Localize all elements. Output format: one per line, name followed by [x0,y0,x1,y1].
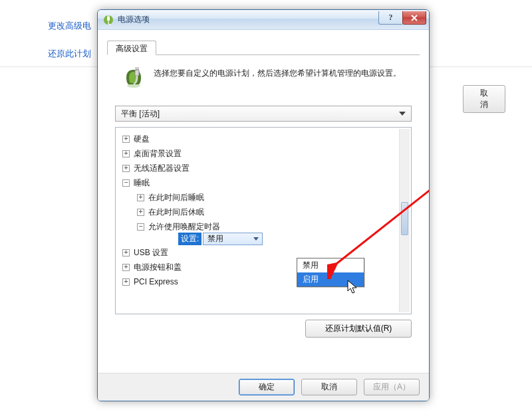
svg-rect-7 [138,67,138,70]
bg-cancel-button[interactable]: 取消 [463,85,505,113]
wake-timer-setting-row: 设置: 禁用 [178,233,408,245]
tree-node-wake-timers[interactable]: 允许使用唤醒定时器 [136,219,408,234]
tree-node-hibernate-after[interactable]: 在此时间后休眠 [136,205,408,219]
expander-icon[interactable] [122,136,130,143]
wake-timer-combo[interactable]: 禁用 [203,233,263,245]
help-icon: ? [389,13,393,23]
svg-rect-6 [136,67,136,70]
bg-link-change-advanced[interactable]: 更改高级电 [48,20,91,32]
apply-button[interactable]: 应用（A） [364,379,420,395]
power-plan-selected: 平衡 [活动] [121,108,160,120]
tree-node-sleep[interactable]: 睡眠 [121,175,408,190]
tree-label: 睡眠 [134,177,150,189]
power-plug-icon [103,15,114,25]
tree-label: 无线适配器设置 [134,163,190,174]
tree-label: 电源按钮和盖 [134,262,182,273]
chevron-down-icon [399,112,406,116]
cursor-icon [347,280,360,296]
tree-node-power-buttons[interactable]: 电源按钮和盖 [121,260,408,274]
power-plan-icon [122,66,146,90]
tree-node-usb[interactable]: USB 设置 [121,245,408,260]
tree-node-sleep-after[interactable]: 在此时间后睡眠 [136,190,408,205]
dialog-content: 高级设置 选择您要自定义的电源计划，然后选择您希望计算机管理的电源设置。 平衡 … [98,30,429,401]
tree-scrollbar[interactable] [399,129,410,312]
expander-icon[interactable] [122,150,130,157]
expander-icon[interactable] [122,179,130,187]
close-icon [410,14,418,22]
tree-node-wireless[interactable]: 无线适配器设置 [121,161,408,175]
tree-node-hdd[interactable]: 硬盘 [121,132,408,146]
svg-rect-5 [135,70,139,76]
tree-label: 硬盘 [134,134,150,145]
power-plan-dropdown[interactable]: 平衡 [活动] [115,106,412,122]
restore-defaults-button[interactable]: 还原计划默认值(R) [305,320,412,338]
tab-advanced-settings[interactable]: 高级设置 [107,41,156,55]
bg-link-restore-plan[interactable]: 还原此计划 [48,48,91,60]
ok-button[interactable]: 确定 [239,379,295,395]
expander-icon[interactable] [137,223,144,231]
dropdown-option-disable[interactable]: 禁用 [297,258,364,272]
dialog-action-bar: 确定 取消 应用（A） [98,373,429,401]
tree-label: 在此时间后休眠 [148,207,204,218]
titlebar[interactable]: 电源选项 ? [98,10,429,30]
cancel-button[interactable]: 取消 [301,379,357,395]
scrollbar-thumb[interactable] [401,202,408,235]
dialog-title: 电源选项 [118,14,378,25]
tabstrip: 高级设置 [107,38,420,55]
expander-icon[interactable] [122,165,130,172]
power-options-dialog: 电源选项 ? 高级设置 选择您要自定义的电源计划，然后选择您希 [97,9,430,401]
expander-icon[interactable] [122,264,130,271]
help-button[interactable]: ? [378,11,402,25]
setting-label: 设置: [178,233,201,245]
tree-node-desktop-bg[interactable]: 桌面背景设置 [121,146,408,161]
tree-label: 在此时间后睡眠 [148,192,204,203]
close-button[interactable] [402,11,426,25]
settings-tree: 硬盘 桌面背景设置 无线适配器设置 睡眠 在此时间后睡眠 [115,127,412,314]
chevron-down-icon [253,237,259,241]
expander-icon[interactable] [137,209,144,216]
expander-icon[interactable] [122,249,130,257]
tree-label: 允许使用唤醒定时器 [148,221,220,233]
tree-label: PCI Express [134,277,178,286]
expander-icon[interactable] [122,278,130,286]
svg-rect-3 [109,15,110,17]
svg-rect-2 [108,15,108,17]
dialog-description: 选择您要自定义的电源计划，然后选择您希望计算机管理的电源设置。 [154,66,401,90]
combo-selected-value: 禁用 [207,233,223,245]
expander-icon[interactable] [137,194,144,201]
tree-label: USB 设置 [134,247,168,258]
tree-label: 桌面背景设置 [134,148,182,159]
tree-node-pci-express[interactable]: PCI Express [121,274,408,289]
